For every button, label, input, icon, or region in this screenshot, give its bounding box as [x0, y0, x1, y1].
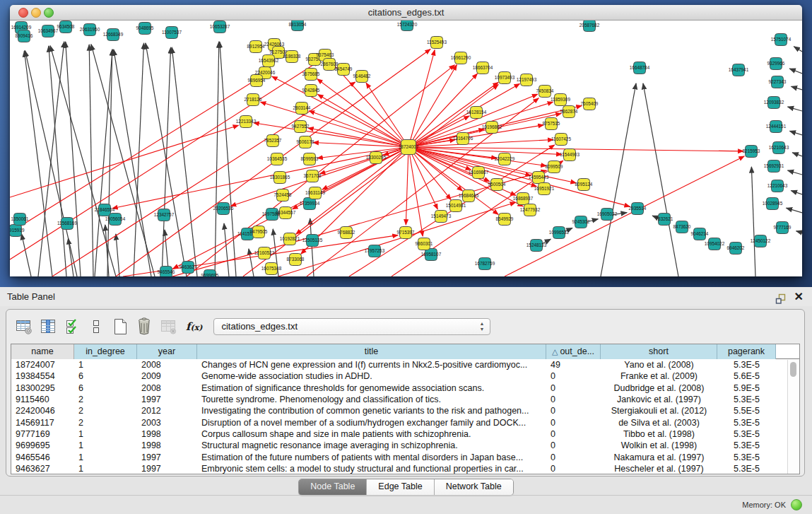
- graph-node[interactable]: 11859309: [551, 94, 570, 106]
- graph-node[interactable]: 15014981: [446, 200, 466, 212]
- graph-node[interactable]: 1350061: [11, 214, 29, 226]
- graph-node[interactable]: 7605409: [581, 98, 599, 110]
- graph-node[interactable]: 7852357: [264, 135, 282, 147]
- memory-status-icon[interactable]: [791, 499, 802, 510]
- graph-node[interactable]: 9500504: [488, 179, 506, 191]
- graph-node[interactable]: 3675685: [302, 69, 320, 81]
- graph-node[interactable]: 16958107: [421, 249, 442, 261]
- table-row[interactable]: 1456911722003Disruption of a novel membe…: [11, 416, 799, 428]
- close-panel-icon[interactable]: ✕: [794, 291, 804, 302]
- graph-node[interactable]: 10973493: [495, 72, 515, 84]
- tab-network-table[interactable]: Network Table: [435, 479, 513, 495]
- graph-node[interactable]: 8186328: [283, 51, 301, 63]
- graph-node[interactable]: 8215953: [743, 146, 760, 158]
- graph-node[interactable]: 7450834: [536, 86, 554, 98]
- graph-node[interactable]: 9606178: [297, 136, 314, 148]
- graph-node[interactable]: 11544903: [560, 149, 579, 161]
- table-row[interactable]: 1938455462009Genome-wide association stu…: [11, 370, 799, 382]
- graph-node[interactable]: 12160523: [254, 247, 275, 259]
- create-table-icon[interactable]: [110, 316, 131, 337]
- graph-node[interactable]: 7832621: [656, 214, 673, 226]
- graph-node[interactable]: 16075348: [261, 263, 282, 275]
- graph-node[interactable]: 9329966: [767, 58, 785, 70]
- table-row[interactable]: 911546021997Tourette syndrome. Phenomeno…: [11, 394, 799, 405]
- graph-node[interactable]: 9715397: [397, 227, 415, 239]
- graph-node[interactable]: 11525493: [427, 37, 447, 49]
- graph-node[interactable]: 11007537: [162, 27, 182, 39]
- graph-node[interactable]: 10631149: [305, 187, 325, 199]
- table-vertical-scrollbar[interactable]: [787, 360, 799, 474]
- graph-node[interactable]: 9860301: [416, 238, 433, 250]
- graph-node[interactable]: 16782759: [475, 258, 495, 270]
- row-height-icon[interactable]: [86, 316, 107, 337]
- graph-node[interactable]: 20587682: [579, 21, 600, 32]
- graph-node[interactable]: 3915919: [10, 225, 25, 237]
- delete-table-icon[interactable]: [134, 316, 155, 337]
- graph-node[interactable]: 16437941: [729, 64, 749, 76]
- graph-node[interactable]: 10028945: [763, 198, 783, 210]
- graph-node[interactable]: 9777169: [774, 222, 792, 234]
- graph-node[interactable]: 15149473: [431, 211, 452, 223]
- graph-node[interactable]: 12505135: [302, 235, 323, 247]
- graph-node[interactable]: 10634967: [38, 25, 59, 37]
- graph-node[interactable]: 9699695: [201, 270, 219, 277]
- graph-node[interactable]: 12477932: [520, 204, 541, 216]
- column-chooser-icon[interactable]: [37, 316, 59, 337]
- column-header-year[interactable]: year: [137, 344, 197, 359]
- graph-node[interactable]: 10996532: [549, 227, 570, 239]
- table-row[interactable]: 946554611997Estimation of the future num…: [11, 451, 799, 462]
- graph-node[interactable]: 12668349: [103, 29, 124, 41]
- graph-node[interactable]: 9634508: [57, 21, 75, 33]
- graph-node[interactable]: 8813054: [289, 21, 307, 31]
- column-header-in_degree[interactable]: in_degree: [74, 344, 137, 359]
- graph-node[interactable]: 18663704: [473, 62, 493, 74]
- graph-node[interactable]: 8454749: [335, 64, 353, 76]
- graph-node[interactable]: 9463627: [180, 262, 197, 274]
- table-row[interactable]: 1872400712008Changes of HCN gene express…: [11, 359, 799, 370]
- graph-node[interactable]: 8095124: [575, 179, 593, 191]
- column-header-short[interactable]: short: [601, 344, 717, 359]
- graph-node[interactable]: 8099593: [301, 153, 319, 165]
- citation-graph[interactable]: 1691420989094161063496796345082063195012…: [10, 21, 802, 276]
- graph-node[interactable]: 16210643: [769, 142, 789, 154]
- graph-node[interactable]: 9242845: [302, 85, 320, 97]
- graph-node[interactable]: 10954022: [705, 238, 725, 250]
- table-settings-icon[interactable]: [13, 316, 35, 337]
- table-row[interactable]: 1830029562008Estimation of significance …: [11, 382, 799, 394]
- graph-node[interactable]: 12444151: [766, 121, 787, 133]
- graph-node[interactable]: 9048695: [136, 23, 154, 35]
- graph-node[interactable]: 22042229: [495, 153, 515, 165]
- graph-node[interactable]: 16961290: [451, 52, 471, 64]
- network-canvas[interactable]: 1691420989094161063496796345082063195012…: [10, 21, 802, 276]
- graph-node[interactable]: 9227343: [769, 76, 787, 88]
- graph-node[interactable]: 10684645: [459, 190, 479, 202]
- graph-node[interactable]: 17359934: [300, 198, 320, 210]
- function-builder-icon[interactable]: f(x): [186, 320, 202, 333]
- graph-node[interactable]: 7524458: [274, 189, 292, 201]
- table-row[interactable]: 2242004622012Investigating the contribut…: [11, 405, 799, 416]
- tab-edge-table[interactable]: Edge Table: [367, 479, 434, 495]
- graph-node[interactable]: 18724007: [399, 140, 419, 155]
- graph-node[interactable]: 12093832: [764, 97, 784, 109]
- graph-node[interactable]: 9146482: [353, 71, 371, 83]
- graph-node[interactable]: 16905022: [597, 209, 618, 221]
- table-row[interactable]: 946362711997Embryonic stem cells: a mode…: [11, 463, 799, 474]
- graph-node[interactable]: 10192821: [280, 233, 300, 245]
- graph-node[interactable]: 8549929: [496, 214, 514, 226]
- graph-node[interactable]: 9046214: [691, 228, 709, 240]
- window-zoom-button[interactable]: [44, 8, 54, 18]
- graph-node[interactable]: 2718126: [245, 94, 262, 106]
- graph-node[interactable]: 18300295: [366, 152, 387, 164]
- column-header-title[interactable]: title: [197, 344, 546, 359]
- graph-node[interactable]: 9768822: [338, 227, 355, 239]
- float-panel-icon[interactable]: [775, 291, 786, 302]
- graph-node[interactable]: 11568169: [57, 218, 77, 230]
- graph-node[interactable]: 16951921: [534, 183, 555, 195]
- graph-node[interactable]: 16648784: [630, 62, 650, 74]
- graph-node[interactable]: 15751074: [771, 34, 792, 46]
- graph-node[interactable]: 12450122: [751, 235, 771, 247]
- window-close-button[interactable]: [18, 8, 28, 18]
- column-header-pagerank[interactable]: pagerank: [717, 344, 776, 359]
- graph-node[interactable]: 9245302: [572, 216, 590, 228]
- graph-node[interactable]: 18301865: [270, 172, 290, 184]
